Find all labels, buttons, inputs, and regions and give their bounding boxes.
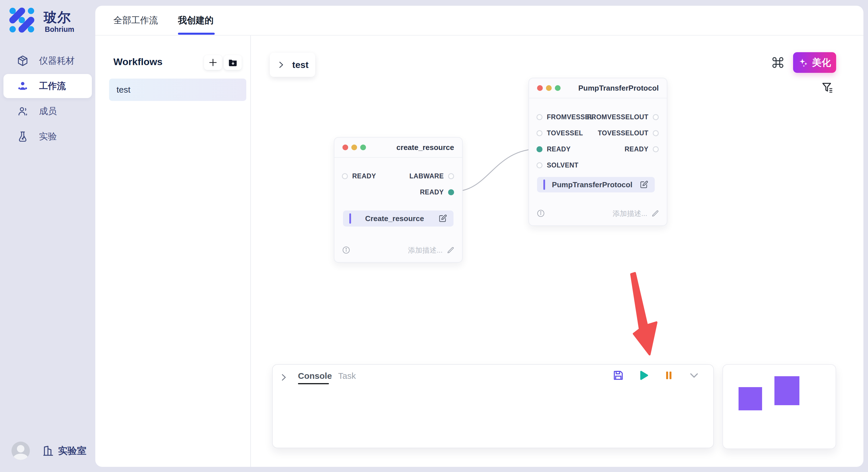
port-out-ready: READY	[420, 188, 454, 196]
window-dots	[537, 85, 561, 91]
port-in-solvent: SOLVENT	[536, 161, 578, 169]
minimap-node	[774, 376, 799, 405]
workflow-canvas[interactable]: test 美化	[251, 36, 863, 467]
lab-building-icon	[42, 444, 54, 457]
workflows-panel: Workflows test	[95, 36, 251, 467]
collapse-button[interactable]	[687, 369, 701, 382]
node-pump-transfer-protocol[interactable]: PumpTransferProtocol FROMVESSEL FROMVESS…	[528, 78, 668, 226]
brand-subtitle: Bohrium	[45, 25, 74, 34]
node-header[interactable]: PumpTransferProtocol	[529, 78, 667, 98]
sidebar-item-consumables[interactable]: 仪器耗材	[3, 49, 92, 73]
active-tab-underline	[178, 33, 215, 35]
port-handle[interactable]	[536, 130, 542, 136]
add-workflow-button[interactable]	[204, 55, 222, 70]
port-out-fromvesselout: FROMVESSELOUT	[587, 113, 659, 121]
main-card: 全部工作流 我创建的 Workflows test	[95, 6, 863, 467]
port-label: READY	[352, 172, 376, 180]
beautify-button[interactable]: 美化	[793, 52, 836, 73]
breadcrumb[interactable]: test	[270, 53, 315, 77]
chevron-down-icon	[688, 369, 700, 381]
sidebar-item-label: 仪器耗材	[39, 55, 74, 67]
pause-icon	[663, 370, 675, 381]
node-header[interactable]: create_resource	[334, 138, 462, 158]
chevron-right-icon[interactable]	[278, 372, 289, 382]
folder-download-icon	[228, 57, 238, 68]
port-handle[interactable]	[536, 162, 542, 168]
tab-all-workflows[interactable]: 全部工作流	[113, 6, 158, 35]
action-label: PumpTransferProtocol	[545, 180, 639, 189]
port-out-ready: READY	[625, 145, 659, 154]
node-action-row[interactable]: PumpTransferProtocol	[537, 177, 655, 193]
console-toolbar	[612, 369, 701, 382]
sidebar-footer[interactable]: 实验室	[0, 439, 95, 462]
port-handle-connected[interactable]	[536, 146, 542, 152]
workflow-name: test	[117, 85, 130, 95]
package-icon	[17, 55, 29, 67]
port-handle[interactable]	[536, 114, 542, 120]
port-handle[interactable]	[653, 114, 659, 120]
run-button[interactable]	[637, 369, 650, 382]
lab-label: 实验室	[58, 444, 86, 458]
console-tab-underline	[298, 383, 329, 384]
brand-name: 玻尔	[43, 9, 71, 26]
filter-icon	[820, 81, 834, 94]
sidebar-item-label: 实验	[39, 131, 57, 142]
port-label: READY	[420, 189, 444, 196]
sidebar-item-experiments[interactable]: 实验	[3, 125, 92, 148]
console-tab[interactable]: Console	[298, 371, 332, 381]
node-footer: 添加描述...	[342, 244, 455, 256]
port-out-tovesselout: TOVESSELOUT	[598, 129, 659, 137]
description-placeholder[interactable]: 添加描述...	[613, 209, 647, 218]
sidebar: 玻尔 Bohrium 仪器耗材 工作流 成员	[0, 0, 95, 472]
port-handle[interactable]	[653, 146, 659, 152]
minimap[interactable]	[722, 364, 836, 449]
port-label: LABWARE	[409, 172, 444, 180]
sidebar-item-members[interactable]: 成员	[3, 99, 92, 123]
app-root: 玻尔 Bohrium 仪器耗材 工作流 成员	[0, 0, 868, 472]
description-placeholder[interactable]: 添加描述...	[408, 245, 443, 255]
info-icon[interactable]	[536, 209, 545, 217]
play-icon	[638, 369, 650, 381]
filter-button[interactable]	[820, 80, 835, 95]
port-label: FROMVESSEL	[547, 113, 594, 121]
port-in-ready: READY	[536, 145, 570, 154]
window-dots	[342, 144, 366, 150]
sidebar-item-workflow[interactable]: 工作流	[3, 74, 92, 98]
node-action-row[interactable]: Create_resource	[343, 210, 454, 227]
workflow-list-item-test[interactable]: test	[109, 78, 246, 101]
pencil-icon[interactable]	[446, 246, 455, 254]
plus-icon	[208, 58, 218, 67]
window-dot-red-icon	[537, 85, 543, 91]
pause-button[interactable]	[662, 369, 675, 382]
port-handle[interactable]	[448, 173, 454, 179]
port-handle[interactable]	[342, 173, 348, 179]
port-out-labware: LABWARE	[409, 172, 454, 180]
port-label: TOVESSEL	[547, 129, 583, 137]
port-handle[interactable]	[653, 130, 659, 136]
window-dot-green-icon	[555, 85, 561, 91]
edit-icon[interactable]	[639, 180, 648, 189]
node-create-resource[interactable]: create_resource READY LABWARE READY Crea…	[334, 137, 463, 263]
import-folder-button[interactable]	[224, 55, 242, 70]
console-panel: Console Task	[272, 364, 714, 448]
pencil-icon[interactable]	[651, 209, 659, 217]
port-label: TOVESSELOUT	[598, 129, 648, 137]
sidebar-item-label: 工作流	[39, 80, 66, 92]
panel-title: Workflows	[113, 56, 162, 67]
top-tabbar: 全部工作流 我创建的	[95, 6, 863, 36]
edit-icon[interactable]	[438, 214, 447, 223]
save-button[interactable]	[612, 369, 625, 382]
port-in-tovessel: TOVESSEL	[536, 129, 583, 137]
port-label: READY	[625, 145, 648, 153]
command-palette-button[interactable]	[770, 55, 786, 71]
port-label: SOLVENT	[547, 162, 578, 169]
sidebar-item-label: 成员	[39, 105, 57, 117]
task-tab[interactable]: Task	[338, 371, 356, 381]
tab-created-by-me[interactable]: 我创建的	[178, 6, 214, 35]
bohrium-logo-icon	[8, 6, 36, 34]
port-handle-connected[interactable]	[448, 189, 454, 195]
info-icon[interactable]	[342, 246, 350, 255]
beautify-label: 美化	[812, 56, 831, 69]
avatar[interactable]	[11, 442, 30, 460]
port-in-fromvessel: FROMVESSEL	[536, 113, 594, 121]
